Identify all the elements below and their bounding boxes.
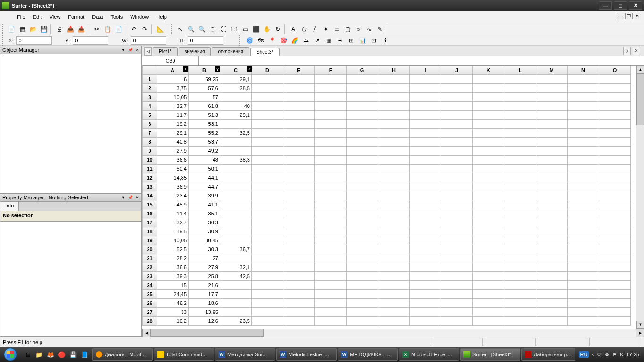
pan-button[interactable]: ✋ [262, 24, 272, 34]
cell[interactable] [504, 173, 536, 182]
cell[interactable] [599, 147, 631, 156]
row-header[interactable]: 15 [143, 200, 157, 209]
cell[interactable] [315, 129, 347, 138]
shaded-relief-button[interactable]: ⛰ [301, 35, 311, 46]
cell[interactable] [504, 236, 536, 245]
cell[interactable] [252, 200, 283, 209]
cell[interactable] [504, 147, 536, 156]
cell[interactable] [378, 120, 410, 129]
cell[interactable] [599, 191, 631, 200]
cell[interactable] [599, 138, 631, 147]
taskbar-button[interactable]: Диалоги - Mozil... [92, 348, 153, 361]
cell[interactable] [347, 209, 378, 218]
cell[interactable] [441, 299, 473, 308]
cell[interactable] [473, 138, 504, 147]
column-header[interactable]: M [536, 66, 568, 75]
toolbar-handle[interactable] [2, 24, 5, 34]
cell[interactable] [378, 156, 410, 165]
cell[interactable] [410, 111, 441, 120]
cell[interactable] [473, 120, 504, 129]
cell[interactable] [536, 317, 568, 326]
reshape-button[interactable]: ✎ [375, 24, 385, 34]
cell[interactable] [378, 317, 410, 326]
cell[interactable]: 48 [189, 156, 220, 165]
column-header[interactable]: N [568, 66, 599, 75]
cell[interactable] [441, 191, 473, 200]
cell[interactable] [599, 245, 631, 254]
language-indicator[interactable]: RU [579, 351, 589, 358]
vertical-scrollbar[interactable]: ▲ ▼ [636, 66, 644, 329]
panel-dropdown-icon[interactable]: ▼ [120, 47, 126, 53]
property-manager-header[interactable]: Property Manager - Nothing Selected ▼ 📌 … [0, 193, 142, 202]
cell[interactable]: 61,8 [189, 102, 220, 111]
cell[interactable] [378, 147, 410, 156]
menu-help[interactable]: Help [152, 12, 171, 22]
column-header[interactable]: F [315, 66, 347, 75]
cut-button[interactable]: ✂ [91, 24, 102, 34]
cell[interactable] [568, 236, 599, 245]
cell[interactable] [473, 111, 504, 120]
cell[interactable] [504, 156, 536, 165]
cell[interactable]: 41,1 [189, 200, 220, 209]
cell[interactable] [473, 263, 504, 272]
cell[interactable] [599, 218, 631, 227]
horizontal-scrollbar[interactable]: ◀ ▶ [142, 329, 644, 337]
cell[interactable] [568, 245, 599, 254]
cell[interactable]: 11,4 [157, 209, 189, 218]
cell[interactable] [568, 182, 599, 191]
cell[interactable] [599, 299, 631, 308]
cell[interactable]: 28,5 [220, 84, 252, 93]
cell[interactable] [473, 102, 504, 111]
cell[interactable]: 46,2 [157, 299, 189, 308]
mdi-restore-button[interactable]: ❐ [625, 13, 633, 19]
cell[interactable] [536, 227, 568, 236]
cell[interactable] [283, 281, 315, 290]
cell[interactable] [410, 102, 441, 111]
cell[interactable] [252, 156, 283, 165]
taskbar-button[interactable]: Лаборатная р... [521, 348, 575, 361]
cell[interactable] [441, 93, 473, 102]
cell[interactable] [536, 165, 568, 173]
cell[interactable] [315, 200, 347, 209]
cell[interactable] [315, 317, 347, 326]
cell[interactable] [347, 254, 378, 263]
cell[interactable] [378, 75, 410, 84]
cell[interactable] [378, 236, 410, 245]
row-header[interactable]: 20 [143, 245, 157, 254]
cell[interactable] [441, 200, 473, 209]
name-box[interactable]: C39 [142, 56, 199, 65]
cell[interactable] [283, 209, 315, 218]
cell[interactable] [220, 227, 252, 236]
cell[interactable] [536, 218, 568, 227]
row-header[interactable]: 24 [143, 281, 157, 290]
cell[interactable] [568, 281, 599, 290]
column-header[interactable]: I [410, 66, 441, 75]
cell[interactable] [410, 218, 441, 227]
cell[interactable] [252, 272, 283, 281]
cell[interactable] [220, 254, 252, 263]
cell[interactable]: 17,7 [189, 290, 220, 299]
doc-tab[interactable]: Sheet3* [250, 48, 280, 56]
cell[interactable]: 53,1 [189, 120, 220, 129]
cell[interactable] [536, 200, 568, 209]
cell[interactable] [473, 254, 504, 263]
cell[interactable] [473, 299, 504, 308]
toolbar-handle[interactable] [239, 35, 242, 46]
cell[interactable] [536, 254, 568, 263]
cell[interactable]: 19,5 [157, 227, 189, 236]
cell[interactable]: 13,95 [189, 308, 220, 317]
cell[interactable] [378, 182, 410, 191]
cell[interactable] [347, 191, 378, 200]
doc-tab[interactable]: Plot1* [153, 47, 178, 56]
cell[interactable] [410, 129, 441, 138]
cell[interactable] [536, 120, 568, 129]
cell[interactable] [315, 236, 347, 245]
tray-shield-icon[interactable]: 🛡 [596, 352, 602, 357]
cell[interactable] [473, 317, 504, 326]
menu-format[interactable]: Format [64, 12, 88, 22]
cell[interactable] [283, 84, 315, 93]
cell[interactable] [568, 308, 599, 317]
row-header[interactable]: 3 [143, 93, 157, 102]
mdi-close-button[interactable]: ✕ [634, 13, 641, 19]
cell[interactable]: 32,5 [220, 129, 252, 138]
